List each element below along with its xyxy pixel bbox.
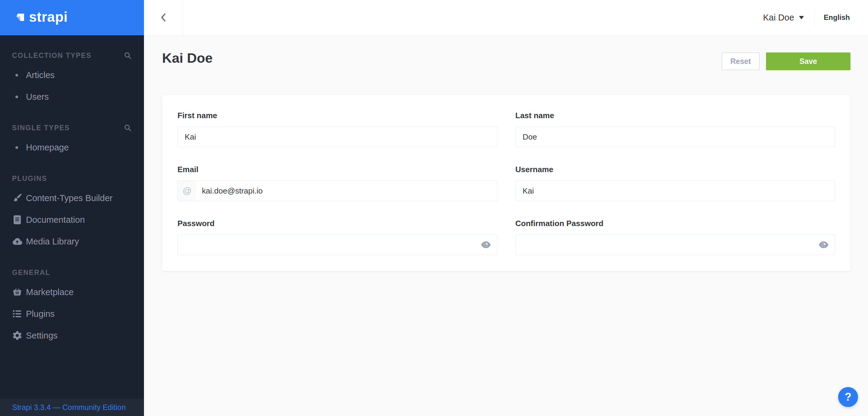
section-title: COLLECTION TYPES (12, 51, 91, 60)
password-input[interactable] (178, 235, 497, 255)
sidebar-section-single-types: SINGLE TYPES Homepage (0, 123, 144, 158)
at-sign-prefix: @ (178, 181, 196, 201)
eye-icon[interactable] (481, 241, 491, 249)
password-label: Password (178, 218, 497, 228)
sidebar-item-homepage[interactable]: Homepage (12, 137, 132, 158)
language-selector[interactable]: English (824, 13, 850, 22)
profile-form-card: First name Last name Email @ Usern (162, 95, 850, 271)
sidebar-item-settings[interactable]: Settings (12, 325, 132, 346)
reset-button[interactable]: Reset (722, 53, 760, 70)
sidebar-section-collection-types: COLLECTION TYPES Articles Users (0, 51, 144, 108)
basket-icon (12, 287, 22, 297)
user-menu[interactable]: Kai Doe (763, 13, 804, 23)
section-title: PLUGINS (12, 175, 47, 183)
paintbrush-icon (12, 193, 22, 203)
help-button[interactable]: ? (838, 387, 858, 407)
topbar: Kai Doe English (144, 0, 868, 35)
eye-icon[interactable] (818, 241, 829, 249)
chevron-left-icon (158, 11, 169, 24)
email-input[interactable] (196, 181, 497, 201)
sidebar-item-media-library[interactable]: Media Library (12, 231, 132, 252)
field-first-name: First name (178, 111, 497, 147)
field-password: Password (178, 218, 497, 255)
section-title: SINGLE TYPES (12, 124, 70, 132)
list-icon (12, 309, 22, 319)
page-title: Kai Doe (162, 50, 213, 66)
username-input[interactable] (516, 181, 835, 201)
first-name-label: First name (178, 111, 497, 120)
sidebar: strapi COLLECTION TYPES Articles Users S… (0, 0, 144, 416)
strapi-logo[interactable]: strapi (0, 0, 144, 35)
field-last-name: Last name (516, 111, 835, 147)
username-label: Username (516, 165, 835, 174)
field-username: Username (516, 165, 835, 201)
save-button[interactable]: Save (766, 53, 850, 70)
sidebar-item-articles[interactable]: Articles (12, 64, 132, 86)
first-name-input[interactable] (178, 127, 497, 147)
search-icon[interactable] (124, 51, 132, 60)
caret-down-icon (799, 16, 804, 19)
sidebar-item-content-types-builder[interactable]: Content-Types Builder (12, 187, 132, 209)
sidebar-footer: Strapi 3.3.4 — Community Edition (0, 399, 144, 416)
search-icon[interactable] (124, 124, 132, 132)
sidebar-section-plugins: PLUGINS Content-Types Builder Documentat… (0, 174, 144, 252)
confirmation-password-input[interactable] (516, 235, 835, 255)
field-email: Email @ (178, 165, 497, 201)
version-link[interactable]: Strapi 3.3.4 — Community Edition (12, 403, 126, 412)
bullet-icon (16, 146, 18, 149)
email-label: Email (178, 165, 497, 174)
main-content: Kai Doe Reset Save First name Last name … (144, 35, 868, 416)
field-confirmation-password: Confirmation Password (516, 218, 835, 255)
strapi-logo-text: strapi (29, 10, 68, 26)
cloud-upload-icon (12, 236, 22, 247)
sidebar-item-plugins[interactable]: Plugins (12, 303, 132, 325)
back-button[interactable] (144, 0, 183, 35)
sidebar-section-general: GENERAL Marketplace Plugins (0, 268, 144, 346)
user-name: Kai Doe (763, 13, 794, 23)
sidebar-item-documentation[interactable]: Documentation (12, 209, 132, 231)
sidebar-item-marketplace[interactable]: Marketplace (12, 281, 132, 303)
sidebar-item-users[interactable]: Users (12, 86, 132, 108)
strapi-logo-icon (13, 11, 26, 24)
confirmation-password-label: Confirmation Password (516, 218, 835, 228)
gear-icon (12, 331, 22, 341)
last-name-input[interactable] (516, 127, 835, 147)
book-icon (12, 215, 22, 225)
section-title: GENERAL (12, 269, 50, 277)
last-name-label: Last name (516, 111, 835, 120)
bullet-icon (16, 74, 18, 76)
bullet-icon (16, 96, 18, 98)
